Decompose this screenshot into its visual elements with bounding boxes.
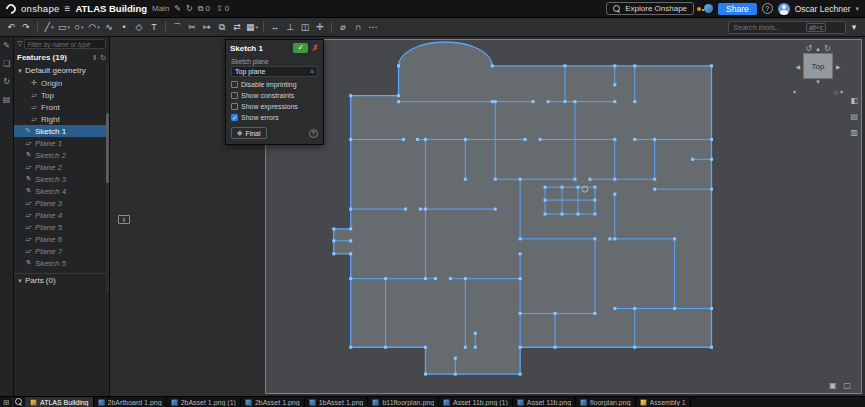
parts-section-header[interactable]: ▼ Parts (0) — [14, 273, 109, 287]
feature-item-sketch-5[interactable]: ✎Sketch 5 — [14, 257, 109, 269]
feature-item-plane-7[interactable]: ▱Plane 7 — [14, 245, 109, 257]
sketch-panel-icon[interactable]: ✎ — [3, 41, 10, 50]
final-geometry-button[interactable]: ◆ Final — [231, 127, 267, 139]
view-up-arrow-icon[interactable]: ▲ — [815, 46, 821, 52]
parts-panel-icon[interactable]: ▤ — [3, 95, 11, 104]
view-left-arrow-icon[interactable]: ◀ — [795, 63, 800, 70]
suppress-icon[interactable]: ‖ — [93, 54, 96, 62]
circle-tool-icon[interactable]: ○▾ — [72, 20, 86, 35]
toolbar-options-caret-icon[interactable]: ▾ — [847, 20, 861, 35]
tab-b11floorplan-png[interactable]: b11floorplan.png — [368, 397, 439, 407]
arc-tool-icon[interactable]: ◠▾ — [87, 20, 101, 35]
undo-tool-icon[interactable]: ↶ — [4, 20, 18, 35]
rotate-cw-icon[interactable]: ↻ — [824, 44, 831, 53]
workspace-label[interactable]: Main — [152, 4, 169, 13]
search-tools-box[interactable]: alt+c — [728, 21, 846, 34]
sketch-viewport[interactable]: Sketch 1 ↺ ▲ ↻ ◀ Top ▶ ▼ — [265, 39, 862, 394]
user-menu-caret-icon[interactable]: ▾ — [855, 5, 859, 13]
dialog-help-icon[interactable]: ? — [309, 129, 318, 138]
tab-floorplan-png[interactable]: floorplan.png — [576, 397, 635, 407]
feature-filter-input[interactable] — [24, 39, 106, 49]
clear-selection-icon[interactable]: × — [310, 68, 314, 75]
history-icon[interactable]: ↻ — [186, 4, 193, 13]
line-tool-icon[interactable]: ╱▾ — [42, 20, 56, 35]
grid-view-icon[interactable]: ▥ — [850, 128, 858, 137]
measure-tool-icon[interactable]: ⌀ — [336, 20, 350, 35]
tab-assembly-1[interactable]: Assembly 1 — [636, 397, 691, 407]
dimension-tool-icon[interactable]: ↔ — [268, 20, 282, 35]
default-geometry-group[interactable]: ▼ Default geometry — [14, 64, 109, 77]
dropdown-caret-icon[interactable]: ▾ — [68, 24, 71, 30]
feature-item-right[interactable]: ▱Right — [14, 113, 109, 125]
zoom-fit-icon[interactable]: ▣ — [829, 381, 837, 390]
feature-item-plane-3[interactable]: ▱Plane 3 — [14, 197, 109, 209]
checkbox-show-errors[interactable]: ✓Show errors — [231, 114, 318, 121]
feature-item-sketch-3[interactable]: ✎Sketch 3 — [14, 173, 109, 185]
user-avatar[interactable] — [778, 3, 790, 15]
dropdown-caret-icon[interactable]: ▾ — [81, 24, 84, 30]
tab-atlas-building[interactable]: ATLAS Building — [26, 397, 94, 407]
feature-item-sketch-4[interactable]: ✎Sketch 4 — [14, 185, 109, 197]
text-tool-icon[interactable]: T — [147, 20, 161, 35]
rollback-history-icon[interactable]: ↻ — [100, 54, 106, 62]
tab-manager-icon[interactable]: ⊞ — [0, 397, 13, 407]
mirror-tool-icon[interactable]: ⇄ — [230, 20, 244, 35]
help-icon[interactable]: ? — [762, 3, 773, 14]
split-view-icon[interactable]: ◧ — [850, 96, 858, 105]
trim-tool-icon[interactable]: ✂ — [185, 20, 199, 35]
comments-panel-icon[interactable]: ❏ — [3, 59, 10, 68]
fullscreen-icon[interactable]: ▢ — [843, 381, 851, 390]
apps-icon[interactable] — [704, 4, 713, 13]
project-tool-icon[interactable]: ◫ — [298, 20, 312, 35]
more-tools-tool-icon[interactable]: ⋯ — [366, 20, 380, 35]
checkbox-show-expressions[interactable]: Show expressions — [231, 103, 318, 110]
rollback-bar-icon[interactable]: ‖ — [118, 215, 130, 224]
view-cube-face[interactable]: Top — [803, 53, 833, 79]
feature-panel-scrollbar[interactable] — [106, 63, 109, 293]
checkbox-disable-imprinting[interactable]: Disable imprinting — [231, 81, 318, 88]
dialog-title[interactable]: Sketch 1 — [230, 44, 290, 53]
dropdown-caret-icon[interactable]: ▾ — [51, 24, 54, 30]
fillet-tool-icon[interactable]: ⌒ — [170, 20, 184, 35]
offset-tool-icon[interactable]: ⧉ — [215, 20, 229, 35]
versions-panel-icon[interactable]: ↻ — [3, 77, 10, 86]
polygon-tool-icon[interactable]: ◇ — [132, 20, 146, 35]
sketch-plane-field[interactable]: Top plane × — [231, 66, 318, 77]
feature-item-plane-6[interactable]: ▱Plane 6 — [14, 233, 109, 245]
notifications-badge[interactable]: ⇧0 — [216, 4, 229, 14]
tab-2basset-1-png-1[interactable]: 2bAsset 1.png (1) — [167, 397, 241, 407]
tab-search-icon[interactable] — [13, 397, 26, 407]
redo-tool-icon[interactable]: ↷ — [19, 20, 33, 35]
intersect-tool-icon[interactable]: ∩ — [351, 20, 365, 35]
layers-view-icon[interactable]: ▤ — [850, 112, 858, 121]
pattern-tool-icon[interactable]: ▦▾ — [245, 20, 259, 35]
search-tools-input[interactable] — [733, 23, 803, 32]
checkbox-show-constraints[interactable]: Show constraints — [231, 92, 318, 99]
feature-item-sketch-1[interactable]: ✎Sketch 1 — [14, 125, 109, 137]
dropdown-caret-icon[interactable]: ▾ — [97, 24, 100, 30]
comments-badge[interactable]: ⧉0 — [198, 4, 210, 14]
tab-2bartboard-1-png[interactable]: 2bArtboard 1.png — [94, 397, 167, 407]
extend-tool-icon[interactable]: ↦ — [200, 20, 214, 35]
cancel-button[interactable]: ✗ — [311, 43, 319, 53]
main-menu-icon[interactable]: ≡ — [65, 3, 71, 14]
feature-item-sketch-2[interactable]: ✎Sketch 2 — [14, 149, 109, 161]
feature-item-front[interactable]: ▱Front — [14, 101, 109, 113]
spline-tool-icon[interactable]: ∿ — [102, 20, 116, 35]
transform-tool-icon[interactable]: ✛ — [313, 20, 327, 35]
feature-item-plane-4[interactable]: ▱Plane 4 — [14, 209, 109, 221]
rotate-ccw-icon[interactable]: ↺ — [805, 44, 812, 53]
tab-2basset-1-png[interactable]: 2bAsset 1.png — [241, 397, 305, 407]
feature-item-plane-2[interactable]: ▱Plane 2 — [14, 161, 109, 173]
view-menu-caret-icon[interactable]: ▾ — [793, 88, 796, 95]
tab-1basset-1-png[interactable]: 1bAsset 1.png — [305, 397, 369, 407]
feature-item-top[interactable]: ▱Top — [14, 89, 109, 101]
accept-button[interactable]: ✓ — [293, 43, 308, 53]
edit-icon[interactable]: ✎ — [174, 4, 181, 13]
dropdown-caret-icon[interactable]: ▾ — [256, 24, 259, 30]
constraint-tool-icon[interactable]: ⊥ — [283, 20, 297, 35]
feature-item-origin[interactable]: ✛Origin — [14, 77, 109, 89]
tab-asset-11b-png[interactable]: Asset 11b.png — [513, 397, 576, 407]
perspective-icon[interactable]: ◇ ▾ — [834, 88, 843, 95]
share-button[interactable]: Share — [718, 3, 757, 15]
